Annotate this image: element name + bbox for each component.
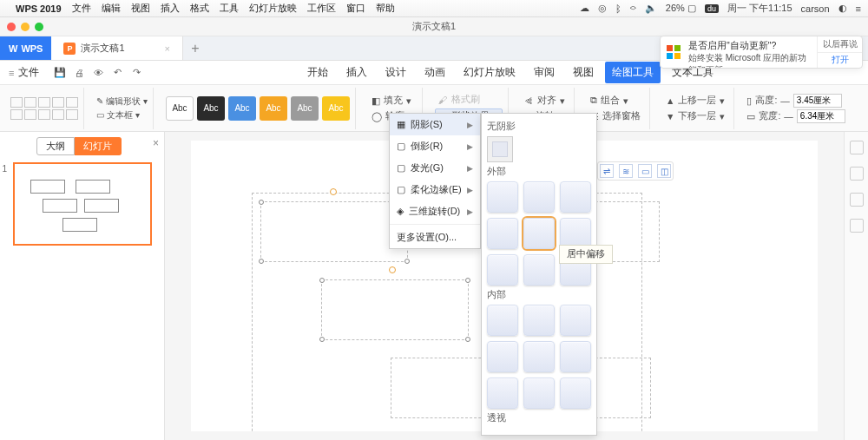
- menu-help[interactable]: 帮助: [376, 2, 395, 15]
- fx-more[interactable]: 更多设置(O)...: [390, 227, 480, 248]
- menu-tools[interactable]: 工具: [220, 2, 239, 15]
- status-notif-icon[interactable]: ≡: [856, 3, 861, 14]
- inner-shadow-2[interactable]: [523, 305, 555, 336]
- menu-edit[interactable]: 编辑: [102, 2, 121, 15]
- panel-close-icon[interactable]: ×: [153, 137, 159, 149]
- outer-shadow-1[interactable]: [487, 181, 518, 213]
- floating-toolbar[interactable]: ⇌ ≋ ▭ ◫: [597, 161, 674, 181]
- status-wechat-icon[interactable]: ☁: [580, 3, 589, 14]
- fx-3drotate[interactable]: ◈ 三维旋转(D)▶: [390, 200, 480, 222]
- inner-shadow-6[interactable]: [560, 341, 591, 372]
- wps-home-tab[interactable]: WWPS: [0, 36, 51, 60]
- toast-later-button[interactable]: 以后再说: [818, 36, 862, 53]
- outer-shadow-4[interactable]: [487, 218, 518, 249]
- status-battery[interactable]: 26% ▢: [666, 3, 696, 14]
- minimize-icon[interactable]: [21, 23, 30, 31]
- qat-undo-icon[interactable]: ↶: [109, 66, 125, 80]
- menu-icon[interactable]: ≡: [9, 68, 14, 78]
- slide-thumbnail[interactable]: 1: [13, 162, 152, 246]
- swatch-2[interactable]: Abc: [197, 96, 225, 121]
- outer-shadow-3[interactable]: [560, 181, 591, 213]
- outer-shadow-center[interactable]: [523, 218, 555, 249]
- status-du-icon[interactable]: du: [705, 4, 719, 13]
- status-siri-icon[interactable]: ◐: [838, 3, 847, 14]
- inner-shadow-3[interactable]: [560, 305, 591, 336]
- inner-shadow-9[interactable]: [560, 378, 591, 409]
- tab-close-icon[interactable]: ×: [165, 43, 170, 54]
- swatch-4[interactable]: Abc: [260, 96, 287, 121]
- menu-view[interactable]: 视图: [131, 2, 150, 15]
- cat-insert[interactable]: 插入: [339, 62, 374, 83]
- close-icon[interactable]: [7, 23, 16, 31]
- app-name[interactable]: WPS 2019: [16, 3, 62, 14]
- outer-shadow-8[interactable]: [523, 254, 555, 286]
- inner-shadow-7[interactable]: [487, 378, 518, 409]
- textbox-button[interactable]: ▭ 文本框 ▾: [96, 109, 148, 121]
- mini-icon-2[interactable]: ≋: [619, 164, 633, 178]
- cat-home[interactable]: 开始: [300, 62, 335, 83]
- no-shadow-option[interactable]: [487, 136, 513, 162]
- qat-save-icon[interactable]: 💾: [52, 66, 68, 80]
- rside-icon-3[interactable]: [850, 193, 864, 207]
- align-button[interactable]: ⫷ 对齐 ▾: [521, 94, 569, 108]
- mini-icon-1[interactable]: ⇌: [600, 164, 614, 178]
- width-input[interactable]: [797, 109, 845, 123]
- maximize-icon[interactable]: [35, 23, 43, 31]
- height-input[interactable]: [793, 94, 842, 108]
- bring-forward-button[interactable]: ▲ 上移一层 ▾: [662, 94, 728, 108]
- fx-softedge[interactable]: ▢ 柔化边缘(E)▶: [390, 179, 480, 200]
- send-backward-button[interactable]: ▼ 下移一层 ▾: [662, 109, 728, 123]
- fx-shadow[interactable]: ▦ 阴影(S)▶: [390, 114, 480, 135]
- status-user[interactable]: carson: [801, 3, 830, 14]
- document-tab[interactable]: P 演示文稿1 ×: [51, 36, 183, 60]
- menu-workspace[interactable]: 工作区: [307, 2, 336, 15]
- qat-preview-icon[interactable]: 👁: [90, 66, 106, 80]
- group-button[interactable]: ⧉ 组合 ▾: [587, 94, 644, 108]
- rside-icon-2[interactable]: [850, 167, 864, 181]
- status-clock[interactable]: 周一 下午11:15: [727, 2, 792, 15]
- menu-insert[interactable]: 插入: [161, 2, 180, 15]
- new-tab-button[interactable]: +: [183, 36, 207, 60]
- qat-print-icon[interactable]: 🖨: [71, 66, 87, 80]
- swatch-6[interactable]: Abc: [322, 96, 350, 121]
- rside-icon-4[interactable]: [850, 219, 864, 233]
- status-bt-icon[interactable]: ᛒ: [615, 3, 621, 14]
- status-cast-icon[interactable]: ◎: [598, 3, 607, 14]
- status-vol-icon[interactable]: 🔈: [645, 3, 657, 14]
- rside-icon-1[interactable]: [850, 141, 864, 154]
- edit-shape-button[interactable]: ✎ 编辑形状 ▾: [96, 95, 148, 108]
- fill-button[interactable]: ◧ 填充 ▾: [368, 94, 417, 108]
- qat-redo-icon[interactable]: ↷: [128, 66, 144, 80]
- inner-shadow-8[interactable]: [523, 378, 555, 409]
- outer-shadow-2[interactable]: [523, 181, 555, 213]
- swatch-5[interactable]: Abc: [291, 96, 319, 121]
- tab-outline[interactable]: 大纲: [36, 137, 75, 155]
- inner-shadow-5[interactable]: [523, 341, 555, 372]
- width-field[interactable]: ▭ 宽度: —: [746, 109, 845, 123]
- swatch-1[interactable]: Abc: [166, 96, 194, 121]
- cat-review[interactable]: 审阅: [527, 62, 562, 83]
- status-wifi-icon[interactable]: ⌔: [630, 3, 636, 14]
- ribbon-file[interactable]: 文件: [18, 65, 39, 80]
- style-swatches[interactable]: Abc Abc Abc Abc Abc Abc: [166, 96, 350, 121]
- fx-glow[interactable]: ▢ 发光(G)▶: [390, 157, 480, 179]
- cat-anim[interactable]: 动画: [418, 62, 452, 83]
- inner-shadow-4[interactable]: [487, 341, 518, 372]
- cat-slideshow[interactable]: 幻灯片放映: [457, 62, 523, 83]
- menu-format[interactable]: 格式: [190, 2, 209, 15]
- menu-file[interactable]: 文件: [72, 2, 91, 15]
- tab-slides[interactable]: 幻灯片: [75, 137, 122, 155]
- cat-view[interactable]: 视图: [566, 62, 601, 83]
- inner-shadow-1[interactable]: [487, 305, 518, 336]
- mini-icon-3[interactable]: ▭: [638, 164, 652, 178]
- menu-window[interactable]: 窗口: [346, 2, 365, 15]
- cat-drawtools[interactable]: 绘图工具: [605, 62, 661, 83]
- fx-reflection[interactable]: ▢ 倒影(R)▶: [390, 135, 480, 157]
- cat-design[interactable]: 设计: [378, 62, 413, 83]
- height-field[interactable]: ▯ 高度: —: [746, 94, 845, 108]
- toast-open-button[interactable]: 打开: [818, 53, 862, 69]
- outer-shadow-7[interactable]: [487, 254, 518, 286]
- shape-picker[interactable]: [10, 97, 78, 120]
- format-painter-button[interactable]: 🖌 格式刷: [435, 93, 503, 107]
- swatch-3[interactable]: Abc: [228, 96, 256, 121]
